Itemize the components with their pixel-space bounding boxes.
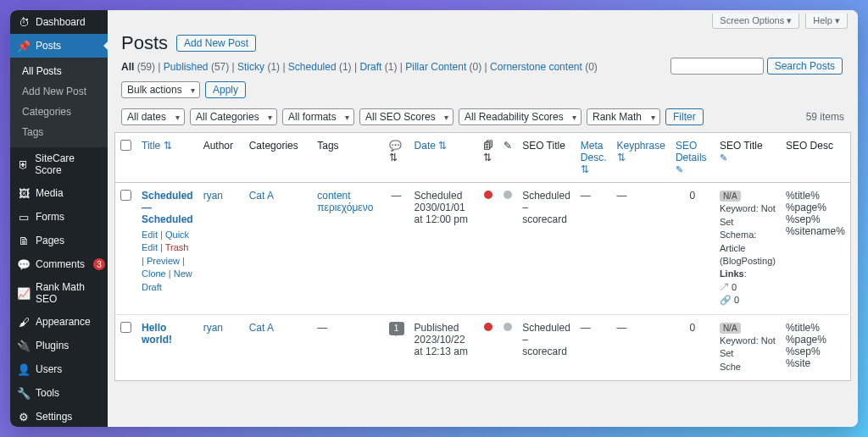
author-link[interactable]: ryan [203, 190, 223, 202]
main-content: Screen Options ▾ Help ▾ Posts Add New Po… [108, 10, 858, 427]
filter-seo-scores[interactable]: All SEO Scores [359, 108, 453, 125]
filter-formats[interactable]: All formats [282, 108, 354, 125]
post-title-link[interactable]: Scheduled — Scheduled [142, 190, 193, 225]
help-tab[interactable]: Help ▾ [805, 14, 848, 29]
author-link[interactable]: ryan [203, 322, 223, 334]
filter-readability[interactable]: All Readability Scores [459, 108, 581, 125]
filter-all[interactable]: All [121, 61, 134, 73]
keyphrase-cell: — [612, 314, 670, 381]
col-date[interactable]: Date ⇅ [415, 140, 448, 152]
col-seo-details[interactable]: SEO Details [676, 140, 707, 163]
sidebar-item-settings[interactable]: ⚙ Settings [10, 405, 108, 427]
filter-published[interactable]: Published [164, 61, 209, 73]
sub-all-posts[interactable]: All Posts [10, 61, 108, 81]
search-input[interactable] [670, 58, 764, 75]
media-icon: 🖾 [17, 186, 31, 200]
sub-tags[interactable]: Tags [10, 122, 108, 142]
row-checkbox[interactable] [120, 190, 131, 201]
sidebar-item-plugins[interactable]: 🔌 Plugins [10, 334, 108, 357]
label: Media [36, 187, 64, 199]
sub-add-new[interactable]: Add New Post [10, 81, 108, 102]
col-icon1[interactable]: 🗐 ⇅ [478, 133, 498, 183]
keyphrase-cell: — [612, 183, 670, 315]
filter-sticky[interactable]: Sticky [237, 61, 264, 73]
sidebar-item-tools[interactable]: 🔧 Tools [10, 381, 108, 405]
readability-dot [504, 191, 512, 199]
score-cell: 0 [670, 314, 715, 381]
col-seo-title2[interactable]: SEO Title✎ [715, 133, 781, 183]
filter-scheduled[interactable]: Scheduled [288, 61, 337, 73]
category-link[interactable]: Cat A [249, 322, 274, 334]
sidebar-item-posts[interactable]: 📌 Posts [10, 34, 108, 58]
seo-score-dot [484, 323, 492, 331]
apply-bulk-button[interactable]: Apply [205, 81, 246, 98]
heading-row: Posts Add New Post [108, 29, 858, 61]
action-preview[interactable]: Preview [147, 256, 180, 266]
posts-table: Title ⇅ Author Categories Tags 💬 ⇅ Date … [114, 132, 851, 381]
sidebar-item-sitecare[interactable]: ⛨ SiteCare Score [10, 147, 108, 181]
sidebar-item-appearance[interactable]: 🖌 Appearance [10, 310, 108, 334]
date-cell: Published 2023/10/22 at 12:13 am [409, 314, 479, 381]
filter-pillar[interactable]: Pillar Content [405, 61, 466, 73]
sub-categories[interactable]: Categories [10, 102, 108, 122]
post-title-link[interactable]: Hello world! [142, 322, 172, 346]
comments-badge: 3 [93, 258, 105, 270]
col-meta-desc[interactable]: Meta Desc. [581, 140, 607, 163]
label: Tools [36, 387, 59, 399]
filter-dates[interactable]: All dates [121, 108, 185, 125]
brush-icon: 🖌 [17, 315, 31, 329]
seo-details-cell: N/A Keyword: Not Set Sche [715, 314, 781, 381]
sidebar-item-rankmath[interactable]: 📈 Rank Math SEO [10, 276, 108, 310]
forms-icon: ▭ [17, 210, 31, 224]
status-filter-links: All (59) | Published (57) | Sticky (1) |… [108, 61, 858, 78]
sidebar-item-pages[interactable]: 🗎 Pages [10, 229, 108, 252]
search-button[interactable]: Search Posts [767, 58, 843, 75]
action-clone[interactable]: Clone [142, 268, 166, 279]
user-icon: 👤 [17, 362, 31, 376]
table-row: Hello world! ryan Cat A — 1 Published 20… [115, 314, 851, 381]
sidebar-item-media[interactable]: 🖾 Media [10, 181, 108, 205]
comments-cell: — [384, 183, 409, 315]
na-pill: N/A [720, 191, 741, 202]
filter-cornerstone[interactable]: Cornerstone content [490, 61, 582, 73]
admin-sidebar: ⏱ Dashboard 📌 Posts All Posts Add New Po… [10, 10, 108, 427]
screen-options-tab[interactable]: Screen Options ▾ [712, 14, 799, 29]
action-trash[interactable]: Trash [165, 242, 189, 252]
plug-icon: 🔌 [17, 339, 31, 352]
col-icon2[interactable]: ✎ [498, 133, 517, 183]
search-group: Search Posts [670, 58, 843, 75]
filters-row: All dates All Categories All formats All… [108, 105, 858, 132]
col-title[interactable]: Title ⇅ [142, 140, 172, 152]
label: Rank Math SEO [36, 281, 101, 305]
sidebar-item-comments[interactable]: 💬 Comments 3 [10, 252, 108, 276]
row-checkbox[interactable] [120, 322, 131, 333]
label: Appearance [36, 316, 91, 328]
posts-submenu: All Posts Add New Post Categories Tags [10, 58, 108, 147]
bulk-actions-select[interactable]: Bulk actions [121, 81, 200, 98]
select-all-checkbox[interactable] [120, 140, 131, 151]
add-new-post-button[interactable]: Add New Post [176, 35, 256, 52]
filter-rankmath[interactable]: Rank Math [587, 108, 660, 125]
col-keyphrase[interactable]: Keyphrase [617, 140, 665, 152]
seo-score-dot [484, 191, 492, 199]
readability-dot [504, 323, 512, 331]
label: Comments [36, 258, 85, 270]
sidebar-item-forms[interactable]: ▭ Forms [10, 205, 108, 229]
label: Plugins [36, 340, 69, 351]
action-edit[interactable]: Edit [142, 230, 158, 240]
comments-cell[interactable]: 1 [384, 314, 409, 381]
tag-link[interactable]: content περιεχόμενο [317, 190, 373, 213]
filter-draft[interactable]: Draft [359, 61, 381, 73]
col-comments[interactable]: 💬 ⇅ [384, 133, 409, 183]
col-categories: Categories [244, 133, 313, 183]
na-pill: N/A [720, 323, 741, 334]
page-title: Posts [121, 32, 168, 54]
filter-button[interactable]: Filter [665, 108, 704, 125]
sidebar-item-dashboard[interactable]: ⏱ Dashboard [10, 10, 108, 34]
sidebar-item-users[interactable]: 👤 Users [10, 357, 108, 381]
pencil-icon[interactable]: ✎ [676, 164, 683, 174]
label: Dashboard [36, 16, 86, 28]
category-link[interactable]: Cat A [249, 190, 274, 202]
filter-categories[interactable]: All Categories [190, 108, 277, 125]
date-cell: Scheduled 2030/01/01 at 12:00 pm [409, 183, 479, 315]
